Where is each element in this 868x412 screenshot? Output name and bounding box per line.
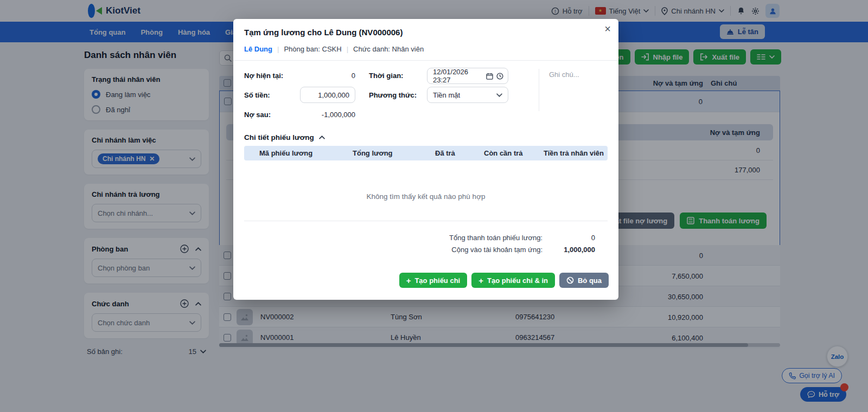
employee-position: Chức danh: Nhân viên xyxy=(353,45,424,53)
divider xyxy=(539,69,539,111)
close-icon[interactable]: × xyxy=(604,23,611,34)
skip-label: Bỏ qua xyxy=(578,276,602,285)
create-voucher-print-label: Tạo phiếu chi & in xyxy=(487,276,548,285)
debt-after-value: -1,000,000 xyxy=(288,111,355,119)
advance-account-value: 1,000,000 xyxy=(553,246,595,254)
total-payment-label: Tổng thanh toán phiếu lương: xyxy=(412,234,542,242)
separator: | xyxy=(277,45,279,53)
current-debt-label: Nợ hiện tại: xyxy=(244,72,283,80)
amount-label: Số tiền: xyxy=(244,91,270,99)
detail-section-header[interactable]: Chi tiết phiếu lương xyxy=(244,133,325,141)
advance-account-label: Cộng vào tài khoản tạm ứng: xyxy=(412,246,542,254)
employee-summary: Lê Dung | Phòng ban: CSKH | Chức danh: N… xyxy=(244,45,424,53)
amount-input[interactable]: 1,000,000 xyxy=(300,87,355,103)
plus-icon: + xyxy=(406,276,411,285)
payslip-col-remaining: Còn cần trả xyxy=(484,149,523,157)
employee-department: Phòng ban: CSKH xyxy=(284,45,341,53)
payslip-col-total: Tổng lương xyxy=(353,149,393,157)
payslip-col-paid: Đã trả xyxy=(435,149,455,157)
separator: | xyxy=(347,45,348,53)
create-voucher-print-button[interactable]: + Tạo phiếu chi & in xyxy=(471,273,555,288)
app-window: KiotViet ! Hỗ trợ ★ Tiếng Việt Chi nhánh… xyxy=(0,0,868,412)
employee-name-link[interactable]: Lê Dung xyxy=(244,45,272,53)
create-voucher-label: Tạo phiếu chi xyxy=(414,276,460,285)
empty-state-text: Không tìm thấy kết quả nào phù hợp xyxy=(244,192,608,201)
amount-value: 1,000,000 xyxy=(318,91,349,99)
skip-button[interactable]: Bỏ qua xyxy=(559,273,609,288)
modal-actions: + Tạo phiếu chi + Tạo phiếu chi & in Bỏ … xyxy=(399,273,609,288)
salary-advance-modal: Tạm ứng lương cho Lê Dung (NV000006) × L… xyxy=(233,19,618,300)
divider xyxy=(233,60,618,61)
plus-icon: + xyxy=(478,276,483,285)
time-label: Thời gian: xyxy=(369,72,403,80)
clock-icon[interactable] xyxy=(496,73,503,80)
divider xyxy=(244,221,608,221)
note-input[interactable]: Ghi chú... xyxy=(549,70,579,79)
payslip-col-pay-employee: Tiền trả nhân viên xyxy=(544,149,604,157)
detail-section-title: Chi tiết phiếu lương xyxy=(244,133,314,141)
chevron-down-icon xyxy=(496,93,502,97)
ban-icon xyxy=(566,276,574,284)
payslip-col-code: Mã phiếu lương xyxy=(259,149,312,157)
current-debt-value: 0 xyxy=(301,72,355,80)
total-payment-value: 0 xyxy=(553,234,595,242)
method-label: Phương thức: xyxy=(369,91,417,99)
debt-after-label: Nợ sau: xyxy=(244,111,271,119)
create-voucher-button[interactable]: + Tạo phiếu chi xyxy=(399,273,468,288)
payslip-table-header: Mã phiếu lương Tổng lương Đã trả Còn cần… xyxy=(244,146,608,160)
calendar-icon[interactable] xyxy=(486,73,493,80)
datetime-input[interactable]: 12/01/2026 23:27 xyxy=(427,68,508,84)
chevron-up-icon xyxy=(319,136,325,139)
payment-method-select[interactable]: Tiền mặt xyxy=(427,87,508,103)
modal-title: Tạm ứng lương cho Lê Dung (NV000006) xyxy=(244,28,403,37)
payment-method-value: Tiền mặt xyxy=(433,91,460,99)
datetime-value: 12/01/2026 23:27 xyxy=(433,68,486,84)
